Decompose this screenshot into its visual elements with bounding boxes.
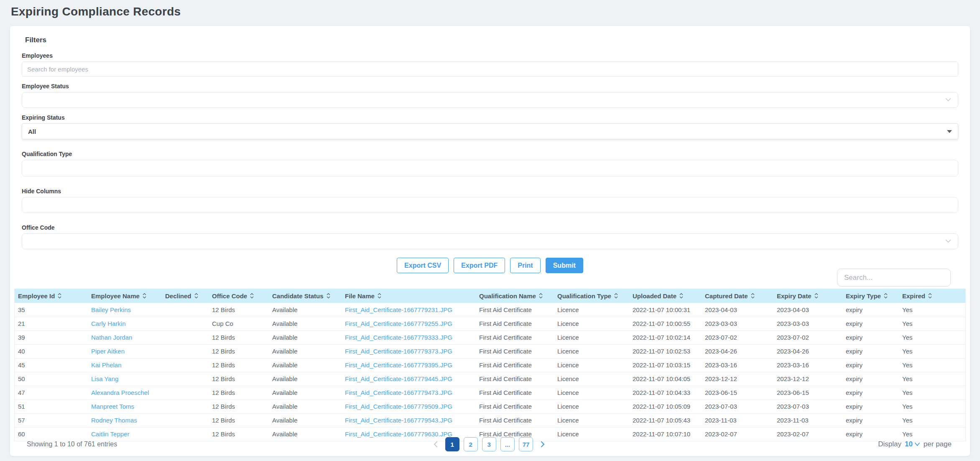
qualification-type-input[interactable]: [22, 160, 958, 177]
cell-declined: [162, 413, 209, 427]
print-button[interactable]: Print: [510, 258, 540, 273]
table-row: 40Piper Aitken12 BirdsAvailableFirst_Aid…: [15, 344, 965, 358]
cell-captured_date: 2023-06-15: [702, 386, 773, 400]
cell-qualification_type: Licence: [554, 358, 629, 372]
sort-icon: [928, 292, 932, 299]
cell-employee_id: 47: [15, 386, 88, 400]
file-name-link[interactable]: First_Aid_Certificate-1667779395.JPG: [345, 361, 452, 369]
column-label: Office Code: [212, 292, 247, 300]
submit-button[interactable]: Submit: [546, 258, 583, 273]
column-header-qualification_name[interactable]: Qualification Name: [476, 289, 554, 303]
sort-icon: [250, 292, 254, 299]
cell-office_code: 12 Birds: [209, 386, 269, 400]
column-header-qualification_type[interactable]: Qualification Type: [554, 289, 629, 303]
employee-name-link[interactable]: Carly Harkin: [91, 320, 126, 327]
sort-icon: [377, 292, 382, 299]
sort-icon: [194, 292, 199, 299]
column-header-expired[interactable]: Expired: [899, 289, 965, 303]
employee-status-select[interactable]: [22, 92, 958, 108]
page-size-select[interactable]: 10: [905, 440, 920, 448]
employee-name-link[interactable]: Kai Phelan: [91, 361, 122, 369]
file-name-link[interactable]: First_Aid_Certificate-1667779473.JPG: [345, 389, 452, 396]
cell-declined: [162, 330, 209, 344]
cell-office_code: Cup Co: [209, 317, 269, 330]
cell-file_name: First_Aid_Certificate-1667779255.JPG: [342, 317, 476, 330]
column-label: Captured Date: [705, 292, 748, 300]
file-name-link[interactable]: First_Aid_Certificate-1667779255.JPG: [345, 320, 452, 327]
file-name-link[interactable]: First_Aid_Certificate-1667779509.JPG: [345, 403, 452, 410]
cell-file_name: First_Aid_Certificate-1667779543.JPG: [342, 413, 476, 427]
page-button-3[interactable]: 3: [482, 437, 496, 451]
page-button-77[interactable]: 77: [519, 437, 533, 451]
column-label: Uploaded Date: [633, 292, 676, 300]
chevron-down-icon: [944, 96, 952, 104]
page-ellipsis-button[interactable]: ...: [500, 437, 515, 451]
employee-name-link[interactable]: Rodney Thomas: [91, 417, 137, 424]
cell-candidate_status: Available: [269, 317, 342, 330]
file-name-link[interactable]: First_Aid_Certificate-1667779333.JPG: [345, 334, 452, 341]
next-page-button[interactable]: [537, 441, 548, 448]
sort-icon: [326, 292, 331, 299]
cell-qualification_type: Licence: [554, 330, 629, 344]
column-header-office_code[interactable]: Office Code: [209, 289, 269, 303]
employee-name-link[interactable]: Nathan Jordan: [91, 334, 132, 341]
cell-uploaded_date: 2022-11-07 10:05:43: [629, 413, 702, 427]
cell-employee_id: 57: [15, 413, 88, 427]
filters-panel: Filters Employees Employee Status Expiri…: [10, 26, 970, 289]
employee-name-link[interactable]: Lisa Yang: [91, 375, 118, 382]
cell-declined: [162, 317, 209, 330]
column-header-expiry_date[interactable]: Expiry Date: [773, 289, 842, 303]
display-label: Display: [878, 440, 901, 448]
cell-qualification_type: Licence: [554, 413, 629, 427]
column-label: Expiry Type: [846, 292, 881, 300]
hide-columns-label: Hide Columns: [22, 187, 958, 195]
previous-page-button[interactable]: [430, 441, 441, 448]
table-search-input[interactable]: [837, 269, 951, 287]
cell-uploaded_date: 2022-11-07 10:00:31: [629, 303, 702, 317]
table-row: 35Bailey Perkins12 BirdsAvailableFirst_A…: [15, 303, 965, 317]
cell-qualification_name: First Aid Certificate: [476, 330, 554, 344]
cell-candidate_status: Available: [269, 413, 342, 427]
column-header-expiry_type[interactable]: Expiry Type: [842, 289, 899, 303]
hide-columns-input[interactable]: [22, 197, 958, 213]
cell-uploaded_date: 2022-11-07 10:00:55: [629, 317, 702, 330]
page-button-2[interactable]: 2: [464, 437, 478, 451]
cell-candidate_status: Available: [269, 358, 342, 372]
table-row: 57Rodney Thomas12 BirdsAvailableFirst_Ai…: [15, 413, 965, 427]
page-button-1[interactable]: 1: [445, 437, 459, 451]
column-header-captured_date[interactable]: Captured Date: [702, 289, 773, 303]
cell-employee_name: Lisa Yang: [88, 372, 162, 386]
file-name-link[interactable]: First_Aid_Certificate-1667779373.JPG: [345, 348, 452, 355]
table-row: 21Carly HarkinCup CoAvailableFirst_Aid_C…: [15, 317, 965, 330]
cell-declined: [162, 400, 209, 413]
per-page-control: Display 10 per page: [643, 440, 952, 448]
column-header-employee_name[interactable]: Employee Name: [88, 289, 162, 303]
office-code-select[interactable]: [22, 233, 958, 249]
export-csv-button[interactable]: Export CSV: [397, 258, 449, 273]
sort-icon: [750, 292, 755, 299]
main-card: Filters Employees Employee Status Expiri…: [10, 26, 970, 456]
expiring-status-select[interactable]: All: [22, 123, 958, 139]
column-header-declined[interactable]: Declined: [162, 289, 209, 303]
employee-name-link[interactable]: Manpreet Toms: [91, 403, 134, 410]
employee-name-link[interactable]: Bailey Perkins: [91, 306, 131, 313]
file-name-link[interactable]: First_Aid_Certificate-1667779445.JPG: [345, 375, 452, 382]
column-header-uploaded_date[interactable]: Uploaded Date: [629, 289, 702, 303]
employee-name-link[interactable]: Alexandra Proeschel: [91, 389, 149, 396]
column-header-candidate_status[interactable]: Candidate Status: [269, 289, 342, 303]
column-header-employee_id[interactable]: Employee Id: [15, 289, 88, 303]
file-name-link[interactable]: First_Aid_Certificate-1667779231.JPG: [345, 306, 452, 313]
chevron-down-icon: [944, 238, 952, 245]
file-name-link[interactable]: First_Aid_Certificate-1667779543.JPG: [345, 417, 452, 424]
cell-employee_name: Nathan Jordan: [88, 330, 162, 344]
cell-expired: Yes: [899, 386, 965, 400]
export-pdf-button[interactable]: Export PDF: [454, 258, 505, 273]
cell-office_code: 12 Birds: [209, 344, 269, 358]
employee-name-link[interactable]: Piper Aitken: [91, 348, 125, 355]
expiring-status-value: All: [28, 128, 36, 135]
export-buttons-row: Export CSV Export PDF Print Submit: [22, 258, 958, 273]
column-header-file_name[interactable]: File Name: [342, 289, 476, 303]
cell-office_code: 12 Birds: [209, 372, 269, 386]
employees-search-input[interactable]: [22, 61, 958, 77]
cell-file_name: First_Aid_Certificate-1667779373.JPG: [342, 344, 476, 358]
